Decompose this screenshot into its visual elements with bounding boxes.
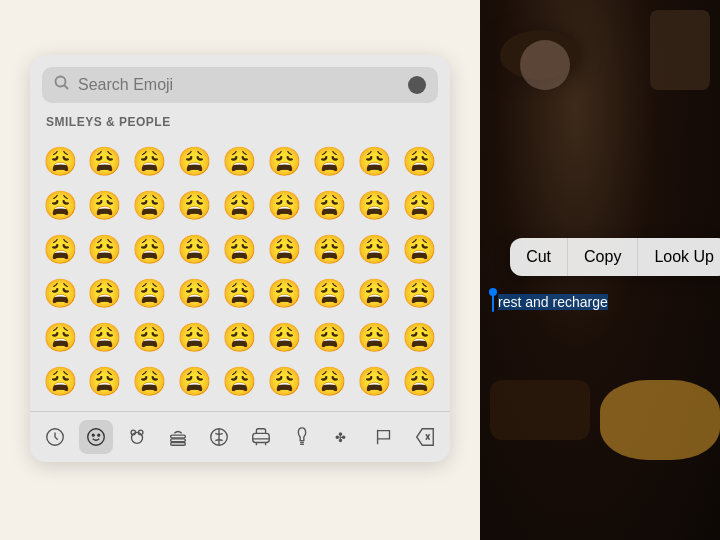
emoji-cell[interactable]: 😩 <box>128 227 172 271</box>
emoji-cell[interactable]: 😩 <box>307 183 351 227</box>
category-travel[interactable] <box>244 420 278 454</box>
search-input[interactable] <box>78 76 400 94</box>
emoji-cell[interactable]: 😩 <box>83 315 127 359</box>
photo-scene: Cut Copy Look Up rest and recharge <box>480 0 720 540</box>
emoji-cell[interactable]: 😩 <box>307 271 351 315</box>
emoji-cell[interactable]: 😩 <box>397 271 441 315</box>
emoji-cell[interactable]: 😩 <box>262 315 306 359</box>
emoji-cell[interactable]: 😩 <box>173 139 217 183</box>
emoji-cell[interactable]: 😩 <box>38 271 82 315</box>
emoji-cell[interactable]: 😩 <box>128 271 172 315</box>
emoji-cell[interactable]: 😩 <box>397 227 441 271</box>
emoji-cell[interactable]: 😩 <box>262 227 306 271</box>
svg-point-3 <box>88 429 105 446</box>
emoji-cell[interactable]: 😩 <box>128 315 172 359</box>
selection-cursor <box>492 292 494 312</box>
emoji-cell[interactable]: 😩 <box>262 271 306 315</box>
search-bar <box>42 67 438 103</box>
emoji-cell[interactable]: 😩 <box>352 359 396 403</box>
svg-rect-10 <box>171 439 186 442</box>
emoji-cell[interactable]: 😩 <box>352 183 396 227</box>
emoji-cell[interactable]: 😩 <box>173 227 217 271</box>
emoji-cell[interactable]: 😩 <box>83 139 127 183</box>
text-selection-area: rest and recharge <box>480 284 720 320</box>
svg-point-5 <box>98 434 100 436</box>
selected-text: rest and recharge <box>498 294 608 310</box>
emoji-cell[interactable]: 😩 <box>128 139 172 183</box>
emoji-cell[interactable]: 😩 <box>262 183 306 227</box>
emoji-cell[interactable]: 😩 <box>397 359 441 403</box>
svg-rect-14 <box>252 433 269 442</box>
emoji-cell[interactable]: 😩 <box>352 271 396 315</box>
search-icon <box>54 75 70 95</box>
emoji-cell[interactable]: 😩 <box>38 183 82 227</box>
context-menu-cut[interactable]: Cut <box>510 238 568 276</box>
emoji-cell[interactable]: 😩 <box>307 139 351 183</box>
emoji-cell[interactable]: 😩 <box>173 315 217 359</box>
svg-point-7 <box>131 430 136 435</box>
emoji-cell[interactable]: 😩 <box>218 315 262 359</box>
food-decor-4 <box>600 380 720 460</box>
emoji-cell[interactable]: 😩 <box>173 271 217 315</box>
emoji-cell[interactable]: 😩 <box>218 227 262 271</box>
emoji-cell[interactable]: 😩 <box>307 359 351 403</box>
svg-rect-9 <box>171 435 186 438</box>
emoji-cell[interactable]: 😩 <box>83 359 127 403</box>
emoji-cell[interactable]: 😩 <box>397 315 441 359</box>
category-delete[interactable] <box>408 420 442 454</box>
context-menu: Cut Copy Look Up <box>510 238 720 276</box>
left-panel: SMILEYS & PEOPLE 😩😩😩😩😩😩😩😩😩😩😩😩😩😩😩😩😩😩😩😩😩😩😩… <box>0 0 480 540</box>
svg-line-1 <box>65 86 69 90</box>
emoji-cell[interactable]: 😩 <box>173 359 217 403</box>
emoji-cell[interactable]: 😩 <box>218 359 262 403</box>
context-menu-copy[interactable]: Copy <box>568 238 638 276</box>
emoji-picker: SMILEYS & PEOPLE 😩😩😩😩😩😩😩😩😩😩😩😩😩😩😩😩😩😩😩😩😩😩😩… <box>30 55 450 462</box>
emoji-cell[interactable]: 😩 <box>262 359 306 403</box>
food-decor-3 <box>490 380 590 440</box>
emoji-cell[interactable]: 😩 <box>397 139 441 183</box>
emoji-cell[interactable]: 😩 <box>38 139 82 183</box>
category-animal[interactable] <box>120 420 154 454</box>
emoji-cell[interactable]: 😩 <box>218 271 262 315</box>
emoji-cell[interactable]: 😩 <box>173 183 217 227</box>
category-objects[interactable] <box>285 420 319 454</box>
svg-rect-11 <box>171 443 186 446</box>
emoji-cell[interactable]: 😩 <box>83 227 127 271</box>
emoji-cell[interactable]: 😩 <box>83 271 127 315</box>
emoji-cell[interactable]: 😩 <box>307 315 351 359</box>
context-menu-lookup[interactable]: Look Up <box>638 238 720 276</box>
emoji-cell[interactable]: 😩 <box>352 315 396 359</box>
emoji-cell[interactable]: 😩 <box>128 359 172 403</box>
svg-point-0 <box>56 77 66 87</box>
category-flags[interactable] <box>367 420 401 454</box>
category-symbols[interactable]: ✤ <box>326 420 360 454</box>
emoji-cell[interactable]: 😩 <box>352 227 396 271</box>
search-dot-icon <box>408 76 426 94</box>
emoji-cell[interactable]: 😩 <box>128 183 172 227</box>
emoji-cell[interactable]: 😩 <box>38 359 82 403</box>
svg-point-4 <box>92 434 94 436</box>
right-panel: Cut Copy Look Up rest and recharge <box>480 0 720 540</box>
svg-text:✤: ✤ <box>335 430 346 445</box>
emoji-cell[interactable]: 😩 <box>218 183 262 227</box>
emoji-cell[interactable]: 😩 <box>352 139 396 183</box>
emoji-cell[interactable]: 😩 <box>262 139 306 183</box>
category-recent[interactable] <box>38 420 72 454</box>
category-food[interactable] <box>161 420 195 454</box>
svg-point-8 <box>138 430 143 435</box>
emoji-grid: 😩😩😩😩😩😩😩😩😩😩😩😩😩😩😩😩😩😩😩😩😩😩😩😩😩😩😩😩😩😩😩😩😩😩😩😩😩😩😩😩… <box>30 135 450 411</box>
emoji-cell[interactable]: 😩 <box>83 183 127 227</box>
category-activity[interactable] <box>202 420 236 454</box>
food-decor-2 <box>650 10 710 90</box>
emoji-cell[interactable]: 😩 <box>38 227 82 271</box>
emoji-cell[interactable]: 😩 <box>218 139 262 183</box>
screen: SMILEYS & PEOPLE 😩😩😩😩😩😩😩😩😩😩😩😩😩😩😩😩😩😩😩😩😩😩😩… <box>0 0 720 540</box>
emoji-cell[interactable]: 😩 <box>38 315 82 359</box>
category-smiley[interactable] <box>79 420 113 454</box>
emoji-cell[interactable]: 😩 <box>397 183 441 227</box>
emoji-cell[interactable]: 😩 <box>307 227 351 271</box>
category-bar: ✤ <box>30 411 450 462</box>
food-decor-5 <box>520 40 570 90</box>
category-label: SMILEYS & PEOPLE <box>30 111 450 135</box>
